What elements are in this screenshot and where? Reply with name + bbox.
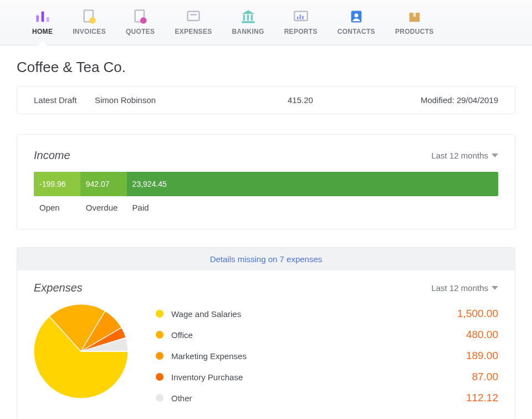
chevron-down-icon — [492, 154, 498, 157]
company-title: Coffee & Tea Co. — [17, 59, 515, 76]
income-period-selector[interactable]: Last 12 months — [431, 151, 498, 160]
draft-modified: Modified: 29/04/2019 — [365, 95, 498, 105]
income-bar-overdue[interactable]: 942.07 — [80, 172, 127, 196]
legend-value: 189.00 — [432, 350, 498, 362]
legend-row[interactable]: Marketing Expenses189.00 — [156, 350, 498, 362]
legend-dot-icon — [156, 310, 163, 318]
legend-dot-icon — [156, 331, 163, 339]
legend-row[interactable]: Office480.00 — [156, 329, 498, 341]
legend-name: Wage and Salaries — [171, 309, 432, 319]
nav-products[interactable]: PRODUCTS — [385, 6, 444, 45]
nav-invoices[interactable]: INVOICES — [63, 6, 116, 45]
nav-label: INVOICES — [73, 28, 106, 35]
draft-client: Simon Robinson — [95, 95, 288, 105]
legend-dot-icon — [156, 352, 163, 360]
svg-point-4 — [89, 17, 96, 24]
legend-name: Marketing Expenses — [171, 351, 432, 361]
latest-draft-row[interactable]: Latest Draft Simon Robinson 415.20 Modif… — [17, 86, 515, 114]
svg-rect-11 — [247, 15, 249, 21]
svg-rect-7 — [187, 12, 199, 21]
draft-amount: 415.20 — [288, 95, 365, 105]
nav-contacts[interactable]: CONTACTS — [328, 6, 385, 45]
expenses-panel: Details missing on 7 expenses Expenses L… — [17, 247, 515, 419]
income-panel: Income Last 12 months -199.96 942.07 23,… — [17, 134, 515, 229]
legend-name: Office — [171, 330, 432, 340]
box-icon — [407, 9, 422, 24]
svg-point-6 — [140, 17, 147, 24]
expenses-alert-link[interactable]: Details missing on 7 expenses — [210, 254, 323, 264]
income-bar-chart: -199.96 942.07 23,924.45 — [34, 172, 498, 196]
nav-home[interactable]: HOME — [22, 6, 63, 45]
income-title: Income — [34, 149, 431, 162]
nav-label: CONTACTS — [337, 28, 375, 35]
quote-icon — [132, 9, 148, 24]
nav-quotes[interactable]: QUOTES — [116, 6, 165, 45]
nav-expenses[interactable]: EXPENSES — [165, 6, 222, 45]
nav-label: HOME — [32, 28, 53, 35]
bank-icon — [241, 9, 256, 24]
legend-row[interactable]: Wage and Salaries1,500.00 — [156, 308, 498, 320]
income-bar-paid[interactable]: 23,924.45 — [127, 172, 498, 196]
expense-icon — [186, 9, 201, 24]
income-label-paid: Paid — [127, 203, 498, 212]
svg-rect-13 — [242, 21, 254, 23]
svg-rect-15 — [297, 17, 298, 19]
svg-rect-10 — [243, 15, 245, 21]
report-icon — [293, 9, 309, 24]
income-label-open: Open — [34, 203, 80, 212]
expenses-pie-chart — [34, 304, 128, 398]
svg-rect-12 — [250, 15, 253, 21]
income-bar-open[interactable]: -199.96 — [34, 172, 80, 196]
page-content: Coffee & Tea Co. Latest Draft Simon Robi… — [0, 45, 532, 419]
expenses-legend: Wage and Salaries1,500.00Office480.00Mar… — [156, 304, 498, 404]
nav-label: PRODUCTS — [395, 28, 434, 35]
svg-rect-0 — [36, 16, 39, 22]
bar-chart-icon — [35, 9, 50, 24]
legend-row[interactable]: Inventory Purchase87.00 — [156, 371, 498, 383]
legend-row[interactable]: Other112.12 — [156, 392, 498, 404]
expenses-period-label: Last 12 months — [431, 283, 488, 293]
legend-value: 1,500.00 — [432, 308, 498, 320]
svg-rect-1 — [41, 12, 44, 22]
invoice-icon — [81, 9, 97, 24]
svg-rect-16 — [299, 15, 300, 19]
legend-dot-icon — [156, 373, 163, 381]
svg-rect-8 — [190, 14, 197, 15]
expenses-alert-bar: Details missing on 7 expenses — [17, 248, 515, 270]
income-label-overdue: Overdue — [80, 203, 127, 212]
expenses-title: Expenses — [34, 282, 431, 294]
svg-point-19 — [354, 13, 358, 17]
top-nav: HOME INVOICES QUOTES EXPENSES BANKING RE… — [0, 0, 532, 45]
nav-label: EXPENSES — [175, 28, 212, 35]
svg-rect-21 — [413, 13, 416, 17]
svg-marker-9 — [242, 10, 254, 14]
expenses-period-selector[interactable]: Last 12 months — [431, 283, 498, 293]
legend-value: 480.00 — [432, 329, 498, 341]
chevron-down-icon — [492, 286, 498, 290]
income-period-label: Last 12 months — [431, 151, 488, 160]
draft-label: Latest Draft — [34, 95, 95, 105]
nav-label: BANKING — [232, 28, 264, 35]
contacts-icon — [349, 9, 364, 24]
svg-rect-17 — [302, 16, 303, 19]
legend-name: Inventory Purchase — [171, 372, 432, 382]
nav-label: QUOTES — [126, 28, 155, 35]
nav-label: REPORTS — [284, 28, 318, 35]
svg-rect-2 — [47, 17, 49, 22]
legend-value: 87.00 — [432, 371, 498, 383]
legend-value: 112.12 — [432, 392, 498, 404]
nav-reports[interactable]: REPORTS — [274, 6, 328, 45]
income-labels: Open Overdue Paid — [34, 203, 498, 212]
nav-banking[interactable]: BANKING — [222, 6, 274, 45]
legend-dot-icon — [156, 394, 163, 402]
legend-name: Other — [171, 394, 432, 403]
